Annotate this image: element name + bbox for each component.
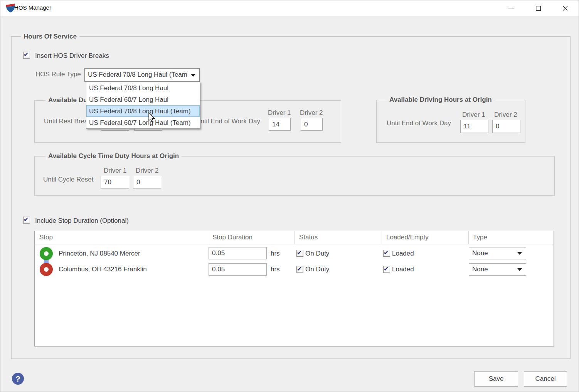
- loaded-label: Loaded: [392, 266, 414, 273]
- destination-stop-icon: [40, 263, 53, 276]
- cycle-driver1-header: Driver 1: [104, 167, 127, 175]
- stop-name: Princeton, NJ 08540 Mercer: [59, 250, 140, 257]
- cancel-button[interactable]: Cancel: [524, 371, 567, 387]
- cycle-driver2-input[interactable]: [133, 176, 161, 189]
- rule-option-60-7[interactable]: US Federal 60/7 Long Haul: [86, 94, 200, 105]
- column-divider: [208, 231, 208, 244]
- column-divider: [382, 231, 382, 244]
- available-cycle-time-title: Available Cycle Time Duty Hours at Origi…: [45, 152, 182, 160]
- hos-rule-type-dropdown: US Federal 70/8 Long Haul US Federal 60/…: [86, 82, 200, 129]
- hos-rule-type-select[interactable]: US Federal 70/8 Long Haul (Team: [84, 68, 200, 82]
- duty-eod-driver1-input[interactable]: [269, 118, 291, 131]
- stop-duration-input[interactable]: [209, 247, 267, 259]
- mouse-cursor: [147, 112, 156, 123]
- type-select[interactable]: None: [469, 263, 526, 276]
- hos-manager-window: HOS Manager Hours Of Service Insert HOS …: [0, 0, 579, 392]
- available-cycle-time-group: Available Cycle Time Duty Hours at Origi…: [34, 156, 555, 196]
- chevron-down-icon: [517, 252, 522, 255]
- chevron-down-icon: [191, 74, 195, 77]
- driving-driver1-header: Driver 1: [462, 111, 485, 119]
- loaded-checkbox[interactable]: [383, 250, 390, 257]
- duration-unit: hrs: [271, 266, 280, 273]
- window-title: HOS Manager: [14, 4, 51, 11]
- include-stop-duration-checkbox[interactable]: [23, 217, 30, 224]
- stops-table-header: Stop Stop Duration Status Loaded/Empty T…: [35, 231, 554, 244]
- driving-until-eod-label: Until End of Work Day: [387, 119, 451, 127]
- hours-of-service-title: Hours Of Service: [21, 32, 79, 40]
- stops-table: Stop Stop Duration Status Loaded/Empty T…: [34, 231, 554, 347]
- minimize-button[interactable]: [502, 0, 520, 16]
- loaded-checkbox[interactable]: [383, 266, 390, 273]
- duty-until-eod-label: Until End of Work Day: [196, 118, 260, 125]
- hos-rule-type-value: US Federal 70/8 Long Haul (Team: [88, 71, 189, 79]
- loaded-label: Loaded: [392, 250, 414, 257]
- rule-option-70-8-team[interactable]: US Federal 70/8 Long Haul (Team): [86, 105, 200, 117]
- col-header-duration: Stop Duration: [212, 234, 252, 241]
- col-header-stop: Stop: [39, 234, 53, 241]
- insert-hos-breaks-label: Insert HOS Driver Breaks: [35, 52, 109, 60]
- hos-rule-type-label: HOS Rule Type: [35, 71, 81, 78]
- chevron-down-icon: [517, 268, 522, 271]
- available-driving-hours-group: Available Driving Hours at Origin Until …: [376, 100, 525, 143]
- cycle-driver2-header: Driver 2: [136, 167, 159, 175]
- type-select-value: None: [472, 249, 488, 257]
- driving-driver1-input[interactable]: [460, 120, 488, 133]
- cycle-driver1-input[interactable]: [101, 176, 129, 189]
- until-cycle-reset-label: Until Cycle Reset: [43, 176, 93, 183]
- col-header-status: Status: [299, 234, 318, 241]
- titlebar: HOS Manager: [0, 0, 579, 16]
- duty-eod-driver1-header: Driver 1: [268, 109, 291, 117]
- duration-unit: hrs: [271, 250, 280, 257]
- app-shield-icon: [5, 3, 15, 13]
- on-duty-label: On Duty: [305, 266, 329, 273]
- rule-option-70-8[interactable]: US Federal 70/8 Long Haul: [86, 82, 200, 94]
- col-header-type: Type: [473, 234, 487, 241]
- column-divider: [468, 231, 469, 244]
- save-button[interactable]: Save: [474, 371, 518, 387]
- on-duty-checkbox[interactable]: [296, 250, 303, 257]
- close-button[interactable]: [556, 0, 574, 16]
- driving-driver2-header: Driver 2: [494, 111, 517, 119]
- type-select[interactable]: None: [469, 247, 526, 259]
- rule-option-60-7-team[interactable]: US Federal 60/7 Long Haul (Team): [86, 117, 200, 128]
- on-duty-checkbox[interactable]: [296, 266, 303, 273]
- duty-eod-driver2-input[interactable]: [301, 118, 323, 131]
- maximize-button[interactable]: [529, 0, 547, 16]
- col-header-loaded: Loaded/Empty: [386, 234, 429, 241]
- stop-name: Columbus, OH 43216 Franklin: [59, 266, 147, 273]
- on-duty-label: On Duty: [305, 250, 329, 257]
- driving-driver2-input[interactable]: [492, 120, 520, 133]
- help-button[interactable]: ?: [12, 373, 24, 385]
- column-divider: [295, 231, 295, 244]
- insert-hos-breaks-checkbox[interactable]: [23, 52, 30, 59]
- type-select-value: None: [472, 266, 488, 273]
- until-rest-break-label: Until Rest Break: [44, 118, 91, 125]
- stop-duration-input[interactable]: [209, 263, 267, 276]
- available-driving-hours-title: Available Driving Hours at Origin: [387, 96, 495, 104]
- include-stop-duration-label: Include Stop Duration (Optional): [35, 217, 129, 225]
- duty-eod-driver2-header: Driver 2: [300, 109, 323, 117]
- origin-stop-icon: [40, 247, 53, 260]
